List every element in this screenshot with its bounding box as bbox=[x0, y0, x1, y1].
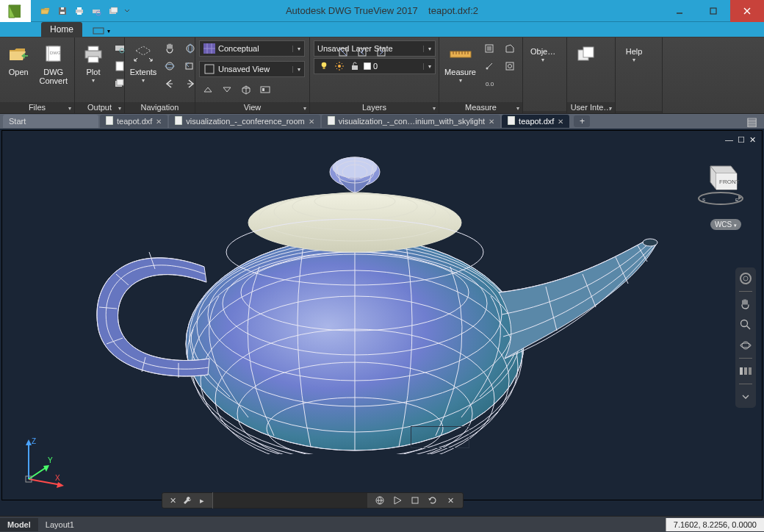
rewind-icon[interactable] bbox=[738, 363, 754, 379]
viewcube[interactable]: S E FRONT bbox=[691, 153, 750, 212]
panel-obj-label bbox=[523, 111, 566, 113]
plot-button[interactable]: Plot ▾ bbox=[79, 40, 108, 86]
document-tabs-row: Start teapot.dxf✕ visualization_-_confer… bbox=[0, 114, 764, 129]
svg-text:S: S bbox=[702, 198, 705, 202]
cmd-wrench-icon[interactable] bbox=[181, 495, 193, 506]
svg-rect-47 bbox=[364, 62, 371, 70]
tab-close-icon[interactable]: ✕ bbox=[489, 118, 494, 126]
cmd-clear-icon[interactable]: ✕ bbox=[444, 494, 457, 507]
measure-button[interactable]: Measure ▾ bbox=[443, 40, 478, 86]
viewport-maximize-icon[interactable]: ☐ bbox=[738, 135, 745, 145]
play-icon[interactable] bbox=[391, 494, 404, 507]
orbit-nav-icon[interactable] bbox=[738, 337, 754, 353]
doc-tabs-menu-icon[interactable]: ▤ bbox=[743, 115, 760, 127]
id-point-icon[interactable] bbox=[480, 58, 498, 74]
save-icon[interactable] bbox=[55, 4, 70, 18]
convert-icon: DWG bbox=[42, 43, 65, 66]
tab-close-icon[interactable]: ✕ bbox=[309, 118, 314, 126]
close-button[interactable] bbox=[730, 0, 764, 22]
layer-previous-icon[interactable] bbox=[353, 44, 371, 60]
ribbon-extra-button[interactable]: ▾ bbox=[88, 25, 115, 37]
user-interface-button[interactable] bbox=[571, 40, 602, 70]
model-space-icon[interactable] bbox=[373, 494, 386, 507]
refresh-icon[interactable] bbox=[426, 494, 439, 507]
wcs-badge[interactable]: WCS ▾ bbox=[710, 219, 741, 230]
panel-object-snap: Obje… ▾ bbox=[523, 37, 567, 113]
extents-icon bbox=[131, 43, 155, 66]
minimize-button[interactable] bbox=[663, 0, 696, 22]
svg-rect-19 bbox=[88, 46, 98, 51]
massprop-icon[interactable] bbox=[501, 58, 519, 74]
teapot-model bbox=[46, 138, 663, 454]
object-snap-button[interactable]: Obje… ▾ bbox=[527, 40, 559, 65]
svg-rect-72 bbox=[508, 116, 515, 125]
cmd-close-icon[interactable]: ✕ bbox=[167, 495, 179, 506]
stop-icon[interactable] bbox=[408, 494, 422, 507]
svg-point-35 bbox=[322, 62, 327, 68]
panel-ui-label[interactable]: User Inte…▾ bbox=[567, 102, 615, 113]
viewport[interactable]: — ☐ ✕ S E FRONT WCS ▾ bbox=[1, 130, 763, 500]
tab-home[interactable]: Home bbox=[41, 22, 82, 37]
doc-tab[interactable]: visualization_-_conference_room✕ bbox=[169, 115, 320, 128]
view-manager-icon[interactable] bbox=[256, 82, 274, 98]
cmd-chevron-icon[interactable]: ▸ bbox=[196, 495, 208, 506]
svg-text:Z: Z bbox=[32, 437, 36, 445]
named-view-dropdown[interactable]: Unsaved View▾ bbox=[199, 61, 305, 77]
zoom-icon[interactable] bbox=[738, 317, 754, 333]
layer-states-icon[interactable] bbox=[334, 44, 352, 60]
pan-hand-icon[interactable] bbox=[738, 296, 754, 312]
viewport-minimize-icon[interactable]: — bbox=[725, 135, 733, 145]
tab-close-icon[interactable]: ✕ bbox=[156, 118, 162, 126]
dwg-convert-button[interactable]: DWG DWG Convert bbox=[36, 40, 71, 87]
model-tab[interactable]: Model bbox=[0, 518, 38, 531]
panel-output-label[interactable]: Output▾ bbox=[75, 102, 124, 113]
wheel-icon[interactable] bbox=[738, 270, 754, 287]
view-iso-icon[interactable] bbox=[237, 82, 255, 98]
view-bottom-icon[interactable] bbox=[218, 82, 236, 98]
extents-button[interactable]: Extents ▾ bbox=[129, 40, 158, 86]
qat-dropdown-icon[interactable] bbox=[123, 4, 131, 18]
navbar-expand-icon[interactable] bbox=[738, 389, 754, 405]
doc-tab[interactable]: visualization_-_con…inium_with_skylight✕ bbox=[322, 115, 500, 128]
tab-close-icon[interactable]: ✕ bbox=[558, 118, 563, 126]
layer-tools-icon[interactable] bbox=[372, 44, 390, 60]
units-icon[interactable]: 0.0 bbox=[480, 76, 498, 92]
doc-tab[interactable]: teapot.dxf✕ bbox=[100, 115, 167, 128]
ground-shadow-rect bbox=[411, 426, 469, 448]
doc-tab-active[interactable]: teapot.dxf✕ bbox=[502, 115, 569, 128]
title-text: Autodesk DWG TrueView 2017 teapot.dxf:2 bbox=[286, 5, 478, 16]
area-icon[interactable] bbox=[501, 40, 519, 57]
svg-rect-67 bbox=[358, 48, 366, 56]
panel-layers-label[interactable]: Layers▾ bbox=[310, 102, 439, 113]
command-input[interactable] bbox=[213, 493, 367, 508]
plot-preview-icon[interactable] bbox=[89, 4, 104, 18]
pan-icon[interactable] bbox=[161, 40, 179, 57]
start-tab[interactable]: Start bbox=[3, 115, 98, 128]
back-icon[interactable] bbox=[161, 76, 179, 92]
list-icon[interactable] bbox=[480, 40, 498, 57]
current-layer-dropdown[interactable]: 0▾ bbox=[314, 58, 436, 74]
help-button[interactable]: Help ▾ bbox=[619, 40, 649, 65]
ruler-icon bbox=[449, 43, 472, 66]
open-icon[interactable] bbox=[38, 4, 53, 18]
open-button[interactable]: Open bbox=[4, 40, 33, 79]
viewport-close-icon[interactable]: ✕ bbox=[749, 135, 756, 145]
svg-point-121 bbox=[643, 239, 657, 246]
panel-files-label[interactable]: Files▾ bbox=[0, 102, 74, 113]
new-tab-button[interactable]: + bbox=[574, 115, 590, 127]
svg-rect-68 bbox=[378, 48, 385, 56]
app-logo[interactable] bbox=[0, 0, 31, 22]
svg-rect-34 bbox=[262, 88, 264, 91]
layout1-tab[interactable]: Layout1 bbox=[38, 518, 82, 531]
svg-text:0.0: 0.0 bbox=[486, 81, 494, 87]
orbit-icon[interactable] bbox=[161, 58, 179, 74]
view-top-icon[interactable] bbox=[199, 82, 217, 98]
svg-line-45 bbox=[342, 63, 342, 64]
panel-view-label[interactable]: View▾ bbox=[195, 102, 309, 113]
svg-point-76 bbox=[740, 273, 751, 284]
panel-measure-label[interactable]: Measure▾ bbox=[439, 102, 522, 113]
visual-style-dropdown[interactable]: Conceptual▾ bbox=[199, 40, 305, 57]
publish-icon[interactable] bbox=[106, 4, 120, 18]
plot-icon[interactable] bbox=[72, 4, 87, 18]
maximize-button[interactable] bbox=[696, 0, 730, 22]
